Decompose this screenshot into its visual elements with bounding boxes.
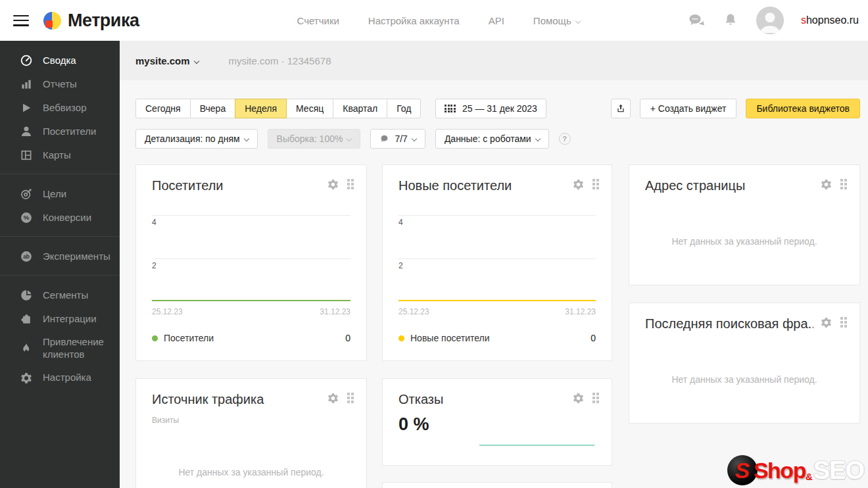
create-widget-button[interactable]: + Создать виджет <box>640 99 737 118</box>
metrika-logo[interactable]: Метрика <box>43 11 139 31</box>
drag-handle-icon[interactable] <box>840 317 848 328</box>
widget-title: Адрес страницы <box>645 178 813 193</box>
widget-settings-icon[interactable] <box>327 178 339 191</box>
brand-name: Метрика <box>68 11 139 31</box>
username[interactable]: shopnseo.ru <box>801 14 859 26</box>
bell-icon[interactable] <box>722 12 739 28</box>
sparkline <box>479 445 594 446</box>
site-selector[interactable]: mysite.com <box>135 55 199 66</box>
sidebar-item-reports[interactable]: Отчеты <box>0 72 120 96</box>
nav-counters[interactable]: Счетчики <box>297 15 339 26</box>
drag-handle-icon[interactable] <box>592 393 600 404</box>
x-axis-end: 31.12.23 <box>565 307 596 316</box>
legend-dot-icon <box>152 335 158 341</box>
person-icon <box>20 125 33 138</box>
series-line <box>152 300 350 301</box>
chevron-down-icon <box>575 18 581 23</box>
nav-account-settings[interactable]: Настройка аккаунта <box>368 15 460 26</box>
sidebar-item-segments[interactable]: Сегменты <box>0 283 120 307</box>
sidebar-item-conversions[interactable]: % Конверсии <box>0 206 120 230</box>
widget-title: Новые посетители <box>398 178 566 193</box>
avatar[interactable] <box>756 7 784 34</box>
period-month-button[interactable]: Месяц <box>286 99 333 118</box>
sidebar-item-goals[interactable]: Цели <box>0 182 120 206</box>
play-icon <box>20 101 33 114</box>
sidebar-item-webvisor[interactable]: Вебвизор <box>0 96 120 120</box>
widget-partial <box>382 482 612 488</box>
gridline <box>152 215 350 216</box>
chat-icon[interactable] <box>688 12 705 28</box>
date-range-button[interactable]: 25 — 31 дек 2023 <box>435 99 546 118</box>
widget-settings-icon[interactable] <box>572 392 585 404</box>
comments-filter-dropdown[interactable]: 7/7 <box>370 129 425 149</box>
period-year-button[interactable]: Год <box>387 99 421 118</box>
period-quarter-button[interactable]: Квартал <box>333 99 387 118</box>
y-tick: 4 <box>152 218 157 227</box>
metrika-logo-icon <box>43 12 61 30</box>
sidebar-section-3: ab Эксперименты <box>0 236 120 275</box>
export-button[interactable] <box>611 99 631 118</box>
nav-api[interactable]: API <box>489 15 504 26</box>
widget-traffic-source: Источник трафика Визиты Нет данных за ук… <box>135 378 367 488</box>
widget-title: Источник трафика <box>152 392 320 407</box>
legend-row[interactable]: Посетители 0 <box>152 333 350 343</box>
legend-value: 0 <box>345 333 350 343</box>
sampling-filter-dropdown[interactable]: Выборка: 100% <box>268 129 361 149</box>
widget-bounces: Отказы 0 % <box>382 378 612 466</box>
y-tick: 4 <box>398 218 403 227</box>
widget-settings-icon[interactable] <box>820 178 832 191</box>
sidebar-item-experiments[interactable]: ab Эксперименты <box>0 245 120 268</box>
sidebar-item-summary[interactable]: Сводка <box>0 49 120 72</box>
detail-filter-dropdown[interactable]: Детализация: по дням <box>135 129 258 149</box>
sidebar-item-visitors[interactable]: Посетители <box>0 120 120 143</box>
sidebar-item-customer-acquisition[interactable]: Привлечение клиентов <box>0 331 120 366</box>
period-yesterday-button[interactable]: Вчера <box>190 99 236 118</box>
widget-visitors: Посетители 4 2 25.12.23 31.12.23 Посетит… <box>135 164 367 361</box>
speedometer-icon <box>20 54 33 67</box>
empty-state-text: Нет данных за указанный период. <box>136 467 366 477</box>
drag-handle-icon[interactable] <box>347 179 354 190</box>
drag-handle-icon[interactable] <box>592 179 600 190</box>
sidebar: Сводка Отчеты Вебвизор Посетители Карты … <box>0 41 120 488</box>
legend-dot-icon <box>398 335 404 341</box>
calendar-icon <box>445 105 456 112</box>
legend-value: 0 <box>591 333 596 343</box>
period-today-button[interactable]: Сегодня <box>135 99 191 118</box>
flame-icon <box>20 342 33 355</box>
watermark-logo-icon: S <box>727 455 758 485</box>
sidebar-item-settings[interactable]: Настройка <box>0 366 120 390</box>
maps-icon <box>20 149 33 162</box>
drag-handle-icon[interactable] <box>347 393 354 404</box>
hamburger-menu-icon[interactable] <box>13 15 29 26</box>
watermark: S Shop & SEO <box>727 455 864 485</box>
gridline <box>152 258 350 259</box>
widget-title: Отказы <box>398 392 566 407</box>
gear-icon <box>20 372 33 385</box>
top-nav: Счетчики Настройка аккаунта API Помощь <box>297 15 580 26</box>
sidebar-item-maps[interactable]: Карты <box>0 143 120 167</box>
svg-text:ab: ab <box>23 253 30 260</box>
widget-library-button[interactable]: Библиотека виджетов <box>746 99 860 118</box>
widget-settings-icon[interactable] <box>572 178 585 191</box>
x-axis-start: 25.12.23 <box>398 307 429 316</box>
puzzle-icon <box>20 312 33 326</box>
help-icon[interactable]: ? <box>559 133 571 145</box>
sidebar-item-integrations[interactable]: Интеграции <box>0 307 120 331</box>
widget-title: Последняя поисковая фра... <box>645 316 813 331</box>
robots-filter-dropdown[interactable]: Данные: с роботами <box>435 129 549 149</box>
widget-settings-icon[interactable] <box>820 316 832 329</box>
drag-handle-icon[interactable] <box>840 179 848 190</box>
nav-help[interactable]: Помощь <box>533 15 580 26</box>
y-tick: 2 <box>398 261 403 270</box>
period-week-button[interactable]: Неделя <box>235 99 287 118</box>
bar-chart-icon <box>20 78 33 91</box>
filter-toolbar: Детализация: по дням Выборка: 100% 7/7 Д… <box>135 129 571 149</box>
top-header: Метрика Счетчики Настройка аккаунта API … <box>0 0 868 41</box>
period-segmented-control: Сегодня Вчера Неделя Месяц Квартал Год <box>135 99 421 118</box>
target-icon <box>20 187 33 201</box>
sidebar-section-1: Сводка Отчеты Вебвизор Посетители Карты <box>0 41 120 174</box>
widget-settings-icon[interactable] <box>327 392 339 404</box>
y-tick: 2 <box>152 261 157 270</box>
legend-row[interactable]: Новые посетители 0 <box>398 333 596 343</box>
percent-circle-icon: % <box>20 211 33 224</box>
